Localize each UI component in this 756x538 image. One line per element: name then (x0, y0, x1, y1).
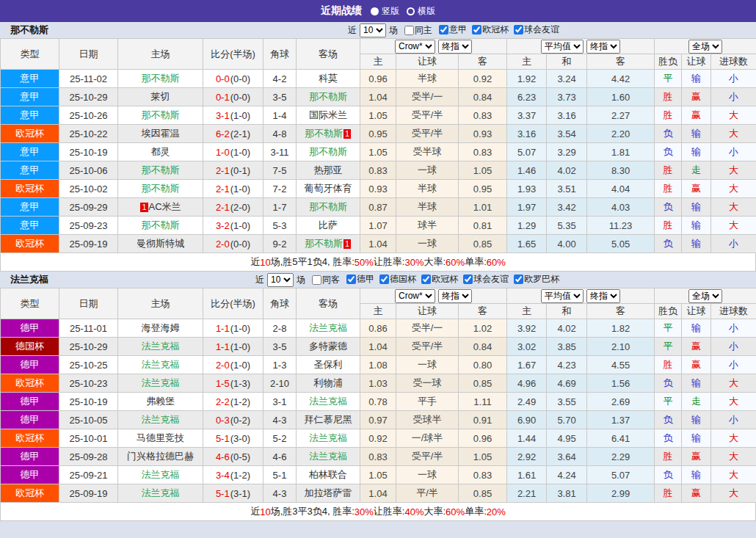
avg-away: 2.27 (587, 106, 655, 125)
team-name-text: 法兰克福 (142, 487, 180, 498)
avg-draw: 3.29 (547, 143, 587, 161)
league-filter-label: 球会友谊 (473, 273, 509, 286)
result-goals: 大 (711, 484, 756, 503)
scope-select[interactable]: 全场 (688, 289, 722, 303)
radio-horizontal[interactable]: 横版 (407, 5, 435, 18)
league-badge: 德甲 (1, 448, 59, 466)
result-goals: 大 (711, 448, 756, 466)
league-checkbox[interactable] (514, 25, 523, 34)
halftime-score: (1-0) (230, 110, 250, 121)
col-home: 主场 (118, 288, 203, 319)
home-team: 那不勒斯 (118, 70, 203, 88)
league-badge: 德甲 (1, 356, 59, 374)
fulltime-score: 2-0 (216, 239, 230, 250)
avg-home: 1.93 (507, 180, 547, 198)
corner-score: 3-1 (263, 393, 297, 411)
team-name-text: 那不勒斯 (142, 109, 180, 120)
avg-away: 2.69 (587, 393, 655, 411)
league-checkbox[interactable] (346, 275, 356, 284)
odds-home: 1.04 (360, 338, 396, 356)
col-avg-draw: 和 (547, 304, 587, 319)
fulltime-score: 0-0 (216, 73, 230, 84)
match-score: 1-0(1-0) (203, 143, 263, 161)
team-name-text: 那不勒斯 (142, 164, 180, 175)
result-goals: 大 (711, 217, 756, 235)
result-goals: 小 (711, 338, 756, 356)
league-checkbox[interactable] (514, 275, 523, 284)
league-checkbox[interactable] (463, 275, 473, 284)
col-odds-away: 客 (459, 304, 507, 319)
match-date: 25-10-19 (59, 393, 118, 411)
avg-source-select[interactable]: 平均值 (541, 40, 584, 54)
odds-time-select[interactable]: 终指 (438, 289, 472, 303)
league-checkbox[interactable] (379, 275, 389, 284)
same-venue-checkbox[interactable] (404, 26, 414, 35)
filter-bar: 那不勒斯 近 10 场 同主 意甲欧冠杯球会友谊 (0, 22, 756, 38)
odds-home: 0.92 (360, 429, 396, 448)
col-result-winloss: 胜负 (655, 304, 682, 319)
team-name-text: 法兰克福 (142, 414, 180, 425)
halftime-score: (1-0) (230, 323, 250, 334)
match-date: 25-10-26 (59, 106, 118, 125)
match-score: 1-5(1-3) (203, 374, 263, 393)
odds-away: 0.83 (459, 106, 507, 125)
odds-home: 1.05 (360, 466, 396, 484)
match-table-frankfurt: 类型 日期 主场 比分(半场) 角球 客场 Crow*终指 平均值终指 全场 主… (0, 288, 756, 503)
corner-score: 9-2 (263, 235, 297, 253)
result-handicap: 输 (682, 235, 711, 253)
halftime-score: (3-1) (230, 488, 250, 499)
odds-source-select[interactable]: Crow* (395, 40, 435, 54)
same-venue-checkbox[interactable] (312, 275, 321, 285)
odds-home: 0.83 (360, 448, 396, 466)
red-card-badge: 1 (140, 203, 148, 212)
match-row: 德甲25-10-05法兰克福0-3(0-2)4-3拜仁慕尼黑0.97受球半0.9… (1, 411, 756, 429)
odds-home: 1.05 (360, 143, 396, 161)
col-result-handicap: 让球 (682, 304, 711, 319)
avg-away: 2.20 (587, 125, 655, 143)
league-checkbox[interactable] (472, 25, 481, 34)
avg-away: 6.41 (587, 429, 655, 448)
halftime-score: (0-2) (230, 415, 250, 426)
filter-controls: 近 10 场 同客 德甲德国杯欧冠杯球会友谊欧罗巴杯 (255, 273, 559, 287)
match-count-select[interactable]: 10 (360, 23, 386, 37)
odds-time-select[interactable]: 终指 (438, 40, 472, 54)
odds-away: 0.95 (459, 180, 507, 198)
odds-source-select[interactable]: Crow* (395, 289, 435, 303)
league-checkbox[interactable] (439, 25, 448, 34)
corner-score: 3-5 (263, 88, 297, 106)
away-team: 加拉塔萨雷 (297, 484, 360, 503)
avg-time-select[interactable]: 终指 (586, 289, 620, 303)
match-score: 4-6(0-5) (203, 448, 263, 466)
summary-segment: 20% (487, 506, 506, 517)
away-team: 柏林联合 (297, 466, 360, 484)
scope-select[interactable]: 全场 (688, 40, 722, 54)
match-row: 欧冠杯25-10-02那不勒斯2-1(1-0)7-2葡萄牙体育0.93半球0.9… (1, 180, 756, 198)
result-goals: 大 (711, 466, 756, 484)
odds-away: 1.01 (459, 198, 507, 217)
radio-vertical[interactable]: 竖版 (371, 5, 399, 18)
odds-home: 1.04 (360, 235, 396, 253)
avg-draw: 3.42 (547, 198, 587, 217)
league-filter-label: 德国杯 (390, 273, 416, 286)
avg-time-select[interactable]: 终指 (586, 40, 620, 54)
avg-source-select[interactable]: 平均值 (541, 289, 584, 303)
match-score: 5-1(3-1) (203, 484, 263, 503)
result-goals: 大 (711, 393, 756, 411)
league-checkbox[interactable] (421, 275, 431, 284)
match-count-select[interactable]: 10 (267, 273, 294, 287)
league-filter-label: 欧冠杯 (432, 273, 458, 286)
league-filter-option: 德国杯 (374, 273, 416, 286)
home-team: 法兰克福 (118, 484, 203, 503)
away-team: 法兰克福 (297, 319, 360, 338)
result-winloss: 负 (655, 143, 682, 161)
avg-draw: 3.51 (547, 180, 587, 198)
fulltime-score: 6-2 (216, 128, 230, 139)
away-team: 多特蒙德 (297, 338, 360, 356)
league-filter-label: 欧罗巴杯 (524, 273, 559, 286)
away-team: 那不勒斯 (297, 198, 360, 217)
result-winloss: 胜 (655, 106, 682, 125)
odds-home: 1.05 (360, 106, 396, 125)
match-row: 意甲25-10-19都灵1-0(1-0)3-11那不勒斯1.05受半球0.835… (1, 143, 756, 161)
match-date: 25-10-29 (59, 88, 118, 106)
halftime-score: (2-1) (230, 128, 250, 139)
